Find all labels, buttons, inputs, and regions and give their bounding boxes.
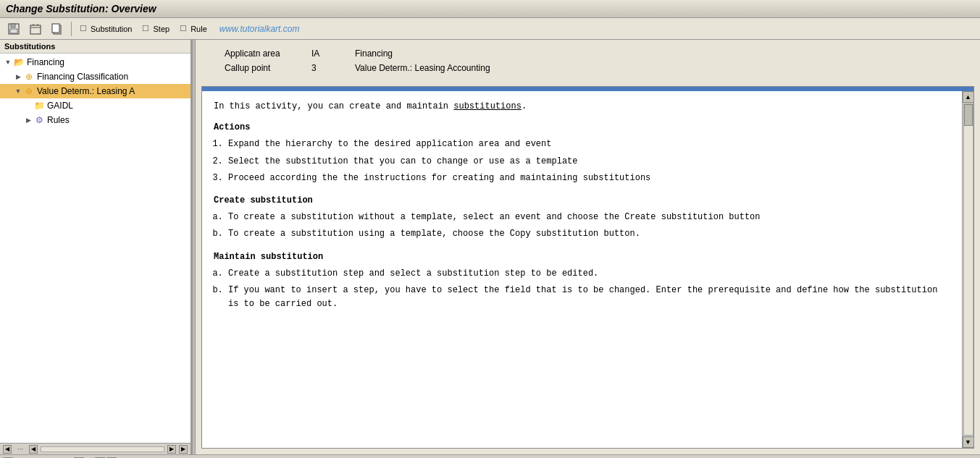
- action-item-1: Expand the hierarchy to the desired appl…: [228, 137, 950, 151]
- delete-button[interactable]: [26, 22, 45, 36]
- scroll-right-btn[interactable]: ▶: [167, 445, 176, 454]
- tree-area: ▼ 📂 Financing ▶ ⊕ Financing Classificati…: [0, 54, 190, 443]
- copy-icon: [51, 23, 63, 35]
- step-label: Step: [153, 25, 169, 33]
- status-bar: ◀ ▶ · ◀ ▶: [0, 454, 980, 458]
- info-row-1: Applicatn area IA Financing: [225, 48, 951, 59]
- info-row-2: Callup point 3 Value Determ.: Leasing Ac…: [225, 63, 951, 73]
- content-text[interactable]: In this activity, you can create and mai…: [202, 91, 962, 448]
- right-panel: Applicatn area IA Financing Callup point…: [196, 40, 980, 454]
- save-button[interactable]: [4, 22, 23, 36]
- info-label-1: Applicatn area: [225, 48, 311, 59]
- substitution-label: Substitution: [91, 25, 132, 33]
- clock-icon-2: ⊕: [23, 85, 35, 97]
- create-list: To create a substitution without a templ…: [228, 211, 950, 241]
- tree-label-financing-classification: Financing Classification: [37, 72, 128, 82]
- toggle-rules: ▶: [23, 115, 33, 125]
- scroll-thumb-track[interactable]: [963, 103, 973, 436]
- svg-rect-8: [52, 24, 59, 33]
- clock-icon-1: ⊕: [23, 71, 35, 82]
- tree-scrollbar: ◀ ··· ◀ ▶ ▶: [0, 443, 190, 454]
- tree-label-rules: Rules: [47, 115, 70, 125]
- tree-item-financing[interactable]: ▼ 📂 Financing: [0, 55, 190, 69]
- action-item-3: Proceed according the the instructions f…: [228, 171, 950, 185]
- scroll-right2-btn[interactable]: ▶: [179, 445, 188, 454]
- scroll-down-btn[interactable]: ▼: [963, 436, 974, 448]
- substitutions-link: substitutions: [453, 101, 522, 111]
- content-wrapper: In this activity, you can create and mai…: [201, 86, 974, 449]
- main-layout: Substitutions ▼ 📂 Financing ▶ ⊕ Financin…: [0, 40, 980, 454]
- svg-rect-1: [11, 24, 15, 27]
- tree-label-value-determ: Value Determ.: Leasing A: [37, 86, 135, 96]
- actions-list: Expand the hierarchy to the desired appl…: [228, 137, 950, 185]
- action-item-2: Select the substitution that you can to …: [228, 155, 950, 169]
- actions-title: Actions: [214, 121, 950, 135]
- rules-icon: ⚙: [33, 114, 45, 126]
- svg-rect-2: [10, 29, 17, 33]
- toggle-value-determ: ▼: [13, 86, 23, 96]
- h-scroll-track[interactable]: [41, 446, 164, 452]
- scroll-left2-btn[interactable]: ◀: [29, 445, 38, 454]
- toolbar-separator-1: [71, 22, 72, 36]
- svg-rect-3: [30, 25, 41, 34]
- page-title: Change Substitution: Overview: [6, 3, 156, 14]
- create-item-2: To create a substitution using a templat…: [228, 227, 950, 241]
- tree-label-financing: Financing: [27, 57, 64, 67]
- rule-label: Rule: [190, 25, 207, 33]
- info-key-2: 3: [311, 63, 355, 73]
- toggle-financing-classification: ▶: [13, 72, 23, 82]
- maintain-title: Maintain substitution: [214, 250, 950, 264]
- substitution-menu[interactable]: ☐ Substitution: [76, 22, 135, 35]
- save-icon: [8, 23, 20, 35]
- delete-icon: [30, 23, 41, 35]
- watermark: www.tutorialkart.com: [219, 24, 300, 34]
- scroll-thumb: [964, 104, 973, 126]
- create-item-1: To create a substitution without a templ…: [228, 211, 950, 224]
- tree-item-rules[interactable]: ▶ ⚙ Rules: [0, 113, 190, 127]
- left-panel: Substitutions ▼ 📂 Financing ▶ ⊕ Financin…: [0, 40, 192, 454]
- content-scroll-area: In this activity, you can create and mai…: [202, 91, 973, 448]
- intro-text: In this activity, you can create and mai…: [214, 100, 950, 114]
- create-title: Create substitution: [214, 194, 950, 208]
- panel-header: Substitutions: [0, 40, 190, 54]
- info-value-1: Financing: [355, 48, 393, 59]
- info-key-1: IA: [311, 48, 355, 59]
- step-menu[interactable]: ☐ Step: [138, 22, 173, 35]
- folder-icon-gaidl: 📁: [33, 100, 45, 111]
- scroll-left-btn[interactable]: ◀: [3, 445, 12, 454]
- maintain-list: Create a substitution step and select a …: [228, 267, 950, 312]
- maintain-item-2: If you want to insert a step, you have t…: [228, 284, 950, 311]
- toggle-financing: ▼: [3, 57, 13, 67]
- maintain-item-1: Create a substitution step and select a …: [228, 267, 950, 281]
- copy-button[interactable]: [48, 22, 67, 36]
- tree-item-financing-classification[interactable]: ▶ ⊕ Financing Classification: [0, 69, 190, 84]
- info-area: Applicatn area IA Financing Callup point…: [196, 40, 980, 86]
- info-value-2: Value Determ.: Leasing Accounting: [355, 63, 490, 73]
- toggle-gaidl: [23, 101, 33, 111]
- tree-item-gaidl[interactable]: 📁 GAIDL: [0, 98, 190, 113]
- tree-label-gaidl: GAIDL: [47, 101, 73, 111]
- title-bar: Change Substitution: Overview: [0, 0, 980, 18]
- rule-menu[interactable]: ☐ Rule: [176, 22, 211, 35]
- toolbar: ☐ Substitution ☐ Step ☐ Rule www.tutoria…: [0, 18, 980, 40]
- tree-item-value-determ[interactable]: ▼ ⊕ Value Determ.: Leasing A: [0, 84, 190, 98]
- folder-open-icon: 📂: [13, 56, 25, 68]
- dots: ···: [17, 445, 23, 453]
- content-scrollbar: ▲ ▼: [962, 91, 973, 448]
- info-label-2: Callup point: [225, 63, 311, 73]
- scroll-up-btn[interactable]: ▲: [963, 91, 974, 103]
